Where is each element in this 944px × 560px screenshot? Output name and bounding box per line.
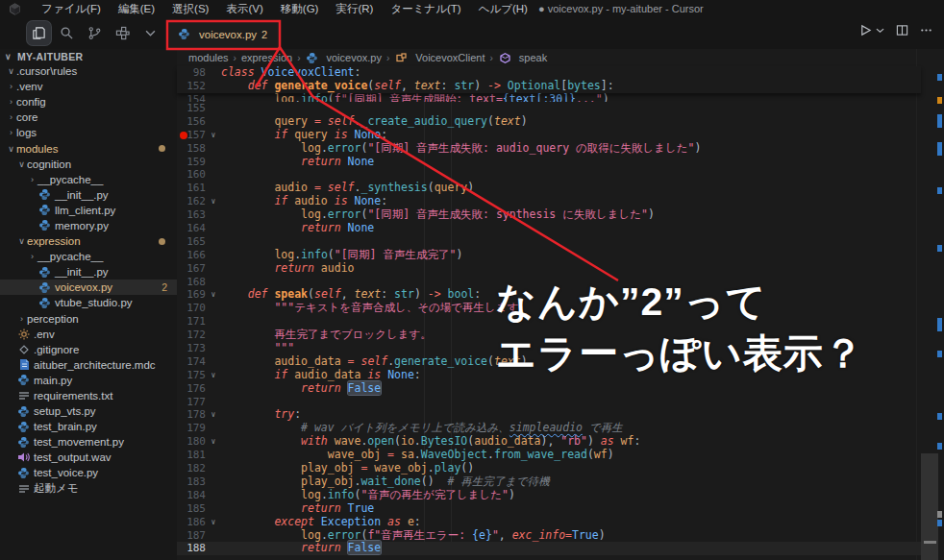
menu-item-7[interactable]: ターミナル(T) bbox=[382, 0, 469, 18]
code-line-179[interactable]: 179 # wav バイト列をメモリ上で読み込み、simpleaudio で再生 bbox=[177, 422, 921, 435]
tree-item-config[interactable]: ›config bbox=[0, 94, 177, 110]
line-number[interactable]: 155 bbox=[177, 102, 206, 115]
fold-chevron-icon[interactable]: ∨ bbox=[206, 516, 221, 529]
tree-item-setup_vts.py[interactable]: setup_vts.py bbox=[0, 403, 177, 419]
code-line-160[interactable]: 160 bbox=[177, 168, 921, 182]
code-line-158[interactable]: 158 log.error("[同期] 音声生成失敗: audio_query … bbox=[177, 142, 921, 156]
tree-item-core[interactable]: ›core bbox=[0, 110, 177, 125]
breadcrumb-modules[interactable]: modules bbox=[188, 52, 229, 63]
fold-chevron-icon[interactable]: ∨ bbox=[206, 195, 221, 208]
vertical-scrollbar[interactable] bbox=[921, 453, 938, 560]
breadcrumb-speak[interactable]: speak bbox=[498, 52, 547, 63]
line-number[interactable]: 187 bbox=[177, 529, 206, 543]
tree-item-memory.py[interactable]: memory.py bbox=[0, 218, 177, 233]
code-line-152[interactable]: 152 def generate_voice(self, text: str) … bbox=[177, 80, 921, 93]
line-number[interactable]: 169 bbox=[177, 288, 206, 302]
line-number[interactable]: 183 bbox=[177, 475, 206, 489]
tree-item-.gitignore[interactable]: .gitignore bbox=[0, 342, 177, 357]
extensions-icon[interactable] bbox=[111, 21, 135, 45]
line-number[interactable]: 174 bbox=[177, 355, 206, 369]
tree-item-test_movement.py[interactable]: test_movement.py bbox=[0, 434, 177, 450]
breakpoint-icon[interactable] bbox=[180, 132, 187, 139]
explorer-root[interactable]: ∨ MY-AITUBER bbox=[0, 49, 177, 64]
source-control-icon[interactable] bbox=[83, 21, 107, 45]
code-line-180[interactable]: 180∨ with wave.open(io.BytesIO(audio_dat… bbox=[177, 435, 921, 449]
code-line-177[interactable]: 177 bbox=[177, 396, 921, 409]
tab-voicevox[interactable]: voicevox.py 2 bbox=[169, 20, 280, 48]
menu-item-5[interactable]: 移動(G) bbox=[272, 0, 328, 18]
tree-item-vtube_studio.py[interactable]: vtube_studio.py bbox=[0, 295, 177, 310]
tree-item-test_output.wav[interactable]: test_output.wav bbox=[0, 450, 177, 465]
line-number[interactable]: 163 bbox=[177, 208, 206, 222]
line-number[interactable]: 177 bbox=[177, 396, 206, 409]
line-number[interactable]: 167 bbox=[177, 262, 206, 276]
tree-item-modules[interactable]: ∨modules bbox=[0, 140, 177, 156]
code-line-169[interactable]: 169∨ def speak(self, text: str) -> bool: bbox=[177, 288, 921, 302]
tree-item-.venv[interactable]: ›.venv bbox=[0, 79, 177, 94]
search-icon[interactable] bbox=[55, 21, 79, 45]
tree-item-.cursor-rules[interactable]: ∨.cursor\rules bbox=[0, 63, 177, 79]
menu-item-3[interactable]: 選択(S) bbox=[163, 0, 217, 18]
tree-item-__pycache__[interactable]: ›__pycache__ bbox=[0, 249, 177, 264]
code-line-174[interactable]: 174 audio_data = self.generate_voice(tex… bbox=[177, 355, 921, 369]
code-line-164[interactable]: 164 return None bbox=[177, 222, 921, 235]
code-line-159[interactable]: 159 return None bbox=[177, 156, 921, 169]
line-number[interactable]: 182 bbox=[177, 462, 206, 475]
fold-chevron-icon[interactable]: ∨ bbox=[206, 129, 221, 142]
line-number[interactable]: 180 bbox=[177, 435, 206, 449]
tree-item-aituber_architecture.mdc[interactable]: aituber_architecture.mdc bbox=[0, 357, 177, 373]
line-number[interactable]: 165 bbox=[177, 235, 206, 249]
fold-chevron-icon[interactable]: ∨ bbox=[206, 288, 221, 302]
fold-chevron-icon[interactable]: ∨ bbox=[206, 435, 221, 449]
line-number[interactable]: 184 bbox=[177, 489, 206, 502]
code-line-162[interactable]: 162∨ if audio is None: bbox=[177, 195, 921, 208]
fold-chevron-icon[interactable]: ∨ bbox=[206, 369, 221, 382]
line-number[interactable]: 159 bbox=[177, 156, 206, 169]
code-line-155[interactable]: 155 bbox=[177, 102, 921, 115]
tree-item-test_voice.py[interactable]: test_voice.py bbox=[0, 465, 177, 480]
menu-item-6[interactable]: 実行(R) bbox=[327, 0, 382, 18]
code-line-175[interactable]: 175∨ if audio_data is None: bbox=[177, 369, 921, 382]
line-number[interactable]: 186 bbox=[177, 516, 206, 529]
menu-item-1[interactable]: ファイル(F) bbox=[33, 0, 110, 18]
line-number[interactable]: 173 bbox=[177, 342, 206, 355]
code-line-154[interactable]: 154 log.info(f"[同期] 音声生成開始: text={text[:… bbox=[177, 93, 921, 102]
code-line-157[interactable]: 157∨ if query is None: bbox=[177, 129, 921, 142]
line-number[interactable]: 161 bbox=[177, 182, 206, 195]
breadcrumb-voicevox.py[interactable]: voicevox.py bbox=[305, 52, 381, 64]
code-line-184[interactable]: 184 log.info("音声の再生が完了しました") bbox=[177, 489, 921, 502]
line-number[interactable]: 154 bbox=[177, 93, 206, 102]
line-number[interactable]: 168 bbox=[177, 276, 206, 289]
line-number[interactable]: 188 bbox=[177, 542, 206, 555]
code-line-167[interactable]: 167 return audio bbox=[177, 262, 921, 276]
line-number[interactable]: 175 bbox=[177, 369, 206, 382]
explorer-icon[interactable] bbox=[27, 21, 51, 45]
code-line-185[interactable]: 185 return True bbox=[177, 502, 921, 516]
line-number[interactable]: 170 bbox=[177, 302, 206, 315]
menu-item-4[interactable]: 表示(V) bbox=[217, 0, 271, 18]
menu-item-8[interactable]: ヘルプ(H) bbox=[470, 0, 536, 18]
tree-item-voicevox.py[interactable]: voicevox.py2 bbox=[0, 280, 177, 295]
line-number[interactable]: 172 bbox=[177, 329, 206, 342]
run-dropdown-icon[interactable] bbox=[876, 26, 884, 35]
more-actions-icon[interactable] bbox=[920, 24, 932, 37]
line-number[interactable]: 179 bbox=[177, 422, 206, 435]
code-line-170[interactable]: 170 """テキストを音声合成し、その場で再生します。 bbox=[177, 302, 921, 315]
code-line-168[interactable]: 168 bbox=[177, 276, 921, 289]
line-number[interactable]: 158 bbox=[177, 142, 206, 156]
tree-item-.env[interactable]: .env bbox=[0, 327, 177, 342]
line-number[interactable]: 171 bbox=[177, 315, 206, 329]
code-line-165[interactable]: 165 bbox=[177, 235, 921, 249]
chevron-down-icon[interactable] bbox=[138, 21, 162, 45]
line-number[interactable]: 162 bbox=[177, 195, 206, 208]
line-number[interactable]: 181 bbox=[177, 449, 206, 462]
tree-item-logs[interactable]: ›logs bbox=[0, 125, 177, 140]
tree-item-perception[interactable]: ›perception bbox=[0, 311, 177, 327]
breadcrumb-expression[interactable]: expression bbox=[241, 52, 292, 63]
tree-item-main.py[interactable]: main.py bbox=[0, 373, 177, 388]
line-number[interactable]: 164 bbox=[177, 222, 206, 235]
code-editor[interactable]: modules›expression›voicevox.py›VoicevoxC… bbox=[177, 49, 944, 560]
code-line-163[interactable]: 163 log.error("[同期] 音声生成失敗: synthesis に失… bbox=[177, 208, 921, 222]
code-line-182[interactable]: 182 play_obj = wave_obj.play() bbox=[177, 462, 921, 475]
code-line-171[interactable]: 171 bbox=[177, 315, 921, 329]
